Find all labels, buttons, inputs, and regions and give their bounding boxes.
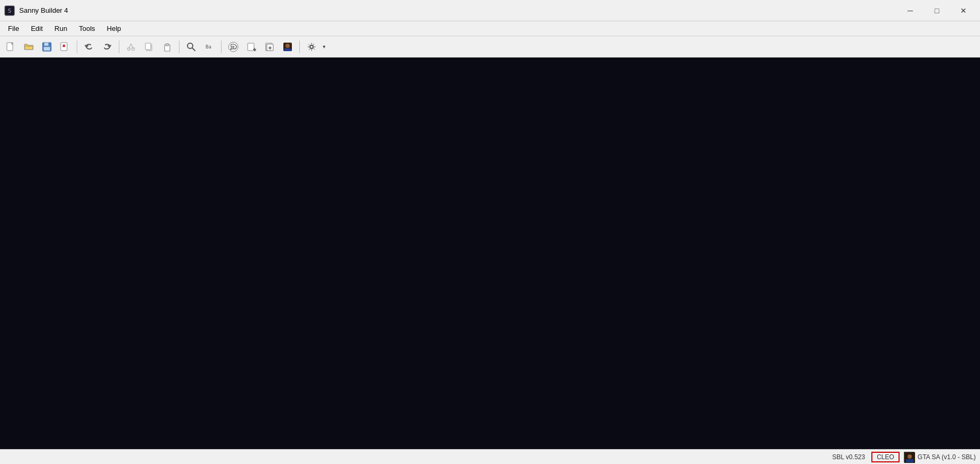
build-icon	[227, 41, 239, 53]
menu-file[interactable]: File	[2, 22, 25, 35]
svg-rect-6	[44, 47, 50, 51]
title-left: S Sanny Builder 4	[4, 5, 68, 16]
open-file-icon	[24, 42, 34, 52]
svg-rect-17	[166, 44, 169, 46]
find-icon	[186, 42, 196, 52]
menu-run[interactable]: Run	[48, 22, 73, 35]
svg-rect-38	[906, 459, 913, 462]
new-script-icon	[247, 42, 256, 52]
paste-button[interactable]	[159, 38, 176, 55]
app-icon: S	[4, 5, 15, 16]
copy-icon	[144, 42, 154, 52]
toolbar-separator-3	[179, 40, 179, 53]
new-file-button[interactable]	[2, 38, 19, 55]
cut-icon	[126, 42, 136, 52]
open-file-button[interactable]	[20, 38, 37, 55]
minimize-button[interactable]: ─	[898, 3, 922, 19]
player-icon	[282, 42, 293, 52]
main-area	[0, 58, 980, 449]
player-button[interactable]	[279, 38, 296, 55]
undo-icon	[84, 42, 94, 52]
svg-point-13	[132, 47, 135, 50]
game-label: GTA SA (v1.0 - SBL)	[918, 453, 976, 461]
svg-rect-33	[284, 48, 291, 51]
svg-text:S: S	[8, 7, 12, 14]
settings-dropdown-button[interactable]: ▾	[320, 38, 328, 55]
svg-rect-15	[145, 43, 151, 50]
paste-icon	[162, 42, 172, 52]
menu-tools[interactable]: Tools	[73, 22, 101, 35]
toolbar-separator-4	[221, 40, 222, 53]
status-cleo: CLEO	[871, 452, 900, 462]
toolbar: Ba	[0, 36, 980, 58]
new-file-icon	[6, 42, 15, 52]
cut-button[interactable]	[123, 38, 140, 55]
window-controls: ─ □ ✕	[898, 3, 976, 19]
redo-icon	[102, 42, 112, 52]
copy-button[interactable]	[141, 38, 158, 55]
new-tab-icon	[265, 42, 274, 52]
redo-button[interactable]	[99, 38, 116, 55]
svg-line-19	[192, 48, 195, 51]
svg-point-32	[285, 44, 290, 48]
menu-help[interactable]: Help	[101, 22, 127, 35]
toolbar-separator-2	[119, 40, 119, 53]
svg-point-37	[908, 454, 912, 459]
svg-text:Ba: Ba	[206, 44, 211, 50]
close-file-button[interactable]	[56, 38, 74, 55]
gta-icon	[904, 452, 914, 462]
toolbar-separator-1	[77, 40, 77, 53]
close-button[interactable]: ✕	[951, 3, 976, 19]
settings-button[interactable]	[303, 38, 320, 55]
find-button[interactable]	[183, 38, 200, 55]
close-file-icon	[60, 42, 70, 52]
replace-button[interactable]: Ba	[201, 38, 218, 55]
status-bar: SBL v0.523 CLEO GTA SA (v1.0 - SBL)	[0, 449, 980, 464]
svg-point-35	[310, 45, 313, 48]
svg-point-12	[128, 47, 130, 50]
new-tab-button[interactable]	[261, 38, 278, 55]
svg-point-22	[232, 46, 234, 48]
settings-icon	[306, 42, 317, 52]
save-file-button[interactable]	[38, 38, 55, 55]
build-button[interactable]	[225, 38, 242, 55]
menu-bar: File Edit Run Tools Help	[0, 21, 980, 36]
toolbar-separator-5	[299, 40, 300, 53]
svg-rect-5	[44, 43, 48, 46]
save-file-icon	[42, 42, 52, 52]
menu-edit[interactable]: Edit	[25, 22, 48, 35]
title-bar: S Sanny Builder 4 ─ □ ✕	[0, 0, 980, 21]
status-version: SBL v0.523	[832, 453, 865, 461]
settings-group: ▾	[303, 38, 328, 55]
maximize-button[interactable]: □	[925, 3, 949, 19]
new-script-button[interactable]	[243, 38, 260, 55]
svg-rect-7	[61, 43, 67, 51]
undo-button[interactable]	[80, 38, 97, 55]
replace-icon: Ba	[205, 42, 214, 52]
status-game: GTA SA (v1.0 - SBL)	[904, 452, 976, 462]
app-title: Sanny Builder 4	[19, 6, 68, 14]
